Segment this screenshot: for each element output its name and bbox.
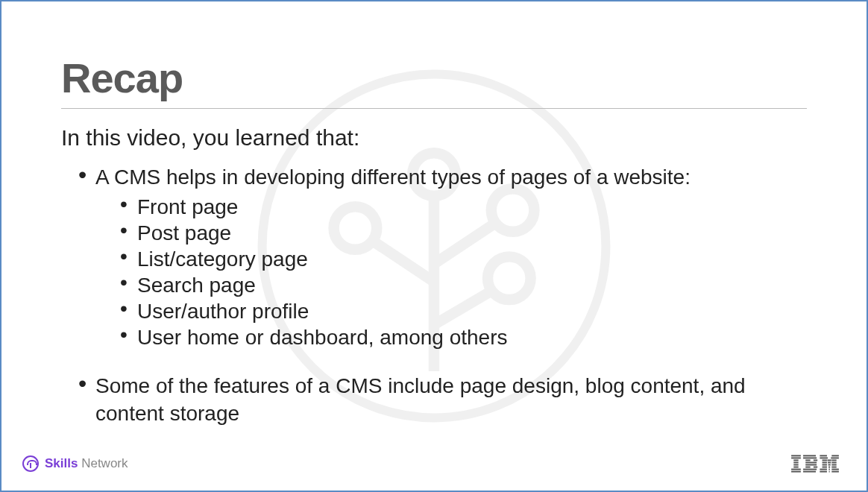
- sub-bullet-item: User/author profile: [124, 298, 807, 324]
- bullet-item: Some of the features of a CMS include pa…: [82, 373, 807, 427]
- svg-rect-44: [828, 469, 829, 470]
- svg-rect-46: [820, 471, 827, 473]
- svg-rect-22: [805, 464, 817, 466]
- slide-content: Recap In this video, you learned that: A…: [1, 1, 867, 427]
- svg-rect-19: [805, 459, 810, 461]
- svg-rect-41: [828, 467, 830, 468]
- svg-rect-32: [827, 459, 831, 461]
- svg-rect-45: [831, 469, 839, 470]
- ibm-logo: [791, 455, 839, 473]
- svg-rect-33: [831, 459, 836, 461]
- sub-bullet-list: Front page Post page List/category page …: [95, 194, 807, 350]
- bullet-text: A CMS helps in developing different type…: [95, 165, 691, 189]
- svg-rect-25: [803, 469, 817, 470]
- svg-rect-36: [831, 462, 836, 464]
- skills-gray-text: Network: [78, 456, 128, 470]
- sub-bullet-item: List/category page: [124, 246, 807, 272]
- svg-rect-10: [791, 457, 801, 458]
- svg-rect-16: [791, 471, 801, 473]
- svg-rect-48: [831, 471, 839, 473]
- sub-bullet-item: Front page: [124, 194, 807, 220]
- svg-rect-24: [814, 467, 817, 468]
- svg-rect-47: [829, 471, 830, 473]
- sub-bullet-item: User home or dashboard, among others: [124, 324, 807, 350]
- svg-rect-28: [831, 455, 839, 456]
- svg-rect-12: [793, 462, 798, 464]
- skills-network-text: Skills Network: [45, 456, 128, 471]
- title-divider: [61, 108, 807, 109]
- intro-text: In this video, you learned that:: [61, 125, 807, 151]
- svg-rect-29: [820, 457, 828, 458]
- svg-rect-20: [814, 459, 817, 461]
- svg-rect-21: [805, 462, 817, 464]
- svg-rect-34: [823, 462, 827, 464]
- main-bullet-list: A CMS helps in developing different type…: [61, 164, 807, 427]
- svg-rect-17: [803, 455, 816, 456]
- svg-rect-37: [823, 464, 827, 466]
- svg-rect-43: [820, 469, 827, 470]
- svg-rect-39: [831, 464, 836, 466]
- slide-title: Recap: [61, 54, 807, 102]
- sub-bullet-item: Search page: [124, 272, 807, 298]
- svg-rect-18: [803, 457, 817, 458]
- svg-rect-14: [793, 467, 798, 468]
- svg-rect-23: [805, 467, 810, 468]
- svg-rect-13: [793, 464, 798, 466]
- svg-rect-27: [820, 455, 827, 456]
- svg-rect-15: [791, 469, 801, 470]
- svg-rect-9: [791, 455, 801, 456]
- svg-rect-31: [823, 459, 827, 461]
- bullet-item: A CMS helps in developing different type…: [82, 164, 807, 350]
- svg-rect-38: [828, 464, 831, 466]
- bullet-text: Some of the features of a CMS include pa…: [95, 374, 746, 424]
- svg-rect-40: [823, 467, 827, 468]
- svg-rect-11: [793, 459, 798, 461]
- sub-bullet-item: Post page: [124, 220, 807, 246]
- skills-bold-text: Skills: [45, 456, 78, 470]
- skills-network-brand: Skills Network: [22, 455, 128, 472]
- skills-network-icon: [22, 455, 39, 472]
- svg-rect-30: [831, 457, 839, 458]
- slide-footer: Skills Network: [22, 455, 837, 473]
- svg-rect-35: [828, 462, 831, 464]
- svg-rect-42: [831, 467, 836, 468]
- svg-rect-26: [803, 471, 816, 473]
